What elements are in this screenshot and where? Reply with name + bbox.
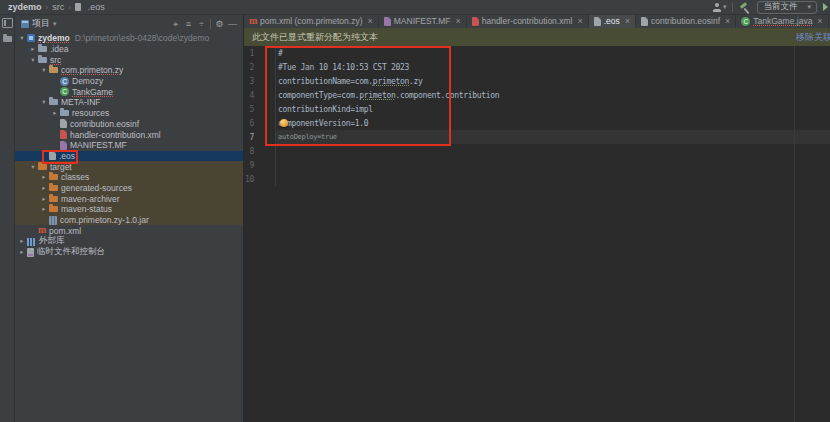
tree-item-contribution-eosinf[interactable]: contribution.eosinf bbox=[15, 119, 243, 130]
tree-item-generated-sources[interactable]: ▸generated-sources bbox=[15, 183, 243, 194]
settings-gear-icon[interactable]: ⚙ bbox=[213, 18, 226, 30]
tab-handler-contribution-xml[interactable]: handler-contribution.xml× bbox=[467, 14, 589, 28]
chevron-right-icon[interactable]: ▸ bbox=[39, 194, 49, 204]
close-icon[interactable]: × bbox=[625, 17, 630, 26]
code-line[interactable]: 4componentType=com.primeton.component.co… bbox=[244, 88, 830, 102]
code-line-text: contributionName=com.primeton.zy bbox=[276, 74, 830, 88]
close-icon[interactable]: × bbox=[368, 17, 373, 26]
tree-item-com-primeton-zy-1-0-jar[interactable]: com.primeton.zy-1.0.jar bbox=[15, 215, 243, 226]
tree-item-target[interactable]: ▾target bbox=[15, 161, 243, 172]
page-gray-icon bbox=[594, 17, 601, 26]
tool-window-stripe bbox=[0, 14, 15, 422]
tree-item-临时文件和控制台[interactable]: ▸临时文件和控制台 bbox=[15, 247, 243, 258]
tree-item-maven-status[interactable]: ▸maven-status bbox=[15, 204, 243, 215]
chevron-right-icon[interactable]: ▸ bbox=[17, 236, 27, 246]
folder-icon bbox=[38, 46, 47, 52]
folder-tool-icon[interactable] bbox=[3, 36, 12, 42]
chevron-down-icon[interactable]: ▾ bbox=[17, 33, 27, 43]
breadcrumb-item-eos[interactable]: .eos bbox=[88, 2, 105, 12]
code-line[interactable]: 7autoDeploy=true bbox=[244, 130, 830, 144]
line-number[interactable]: 2 bbox=[244, 60, 276, 74]
code-line[interactable]: 9 bbox=[244, 158, 830, 172]
close-icon[interactable]: × bbox=[725, 17, 730, 26]
tree-item-label: com.primeton.zy bbox=[61, 65, 123, 75]
expand-all-icon[interactable]: ≡ bbox=[182, 18, 195, 30]
code-line[interactable]: 8 bbox=[244, 144, 830, 158]
code-line[interactable]: 3contributionName=com.primeton.zy bbox=[244, 74, 830, 88]
lightbulb-icon[interactable] bbox=[280, 119, 288, 127]
line-number[interactable]: 1 bbox=[244, 46, 276, 60]
chevron-down-icon[interactable]: ▾ bbox=[28, 55, 38, 65]
run-config-dropdown[interactable]: 当前文件 ▾ bbox=[757, 1, 817, 14]
topbar: zydemo›src›.eos ▾ 当前文件 ▾ bbox=[0, 0, 830, 14]
code-line-text: autoDeploy=true bbox=[276, 130, 830, 144]
tree-item-demozy[interactable]: Demozy bbox=[15, 76, 243, 87]
breadcrumb-item-src[interactable]: src bbox=[52, 2, 64, 12]
chevron-right-icon[interactable]: ▸ bbox=[28, 44, 38, 54]
collapse-all-icon[interactable]: ÷ bbox=[195, 18, 208, 30]
build-project-button hammer-icon[interactable] bbox=[739, 2, 751, 12]
tab-tankgame-java[interactable]: TankGame.java× bbox=[736, 14, 828, 28]
chevron-right-icon[interactable]: ▸ bbox=[39, 183, 49, 193]
class-blue-icon bbox=[60, 77, 69, 86]
line-number[interactable]: 9 bbox=[244, 158, 276, 172]
tab-manifest-mf[interactable]: MANIFEST.MF× bbox=[379, 14, 467, 28]
chevron-right-icon[interactable]: ▸ bbox=[50, 108, 60, 118]
tree-item-handler-contribution-xml[interactable]: handler-contribution.xml bbox=[15, 129, 243, 140]
line-number[interactable]: 7 bbox=[244, 130, 276, 144]
code-line[interactable]: 6componentVersion=1.0 bbox=[244, 116, 830, 130]
tree-item-resources[interactable]: ▸resources bbox=[15, 108, 243, 119]
chevron-down-icon[interactable]: ▾ bbox=[39, 65, 49, 75]
breadcrumb-item-zydemo[interactable]: zydemo bbox=[8, 2, 42, 12]
tab-pom-xml-com-primeton-zy[interactable]: pom.xml (com.primeton.zy)× bbox=[244, 14, 379, 28]
tree-item-idea[interactable]: ▸.idea bbox=[15, 44, 243, 55]
code-line[interactable]: 1# bbox=[244, 46, 830, 60]
locate-file-icon[interactable]: ⌖ bbox=[169, 18, 182, 30]
tree-item-label: classes bbox=[61, 172, 89, 182]
breadcrumb: zydemo›src›.eos bbox=[8, 2, 105, 12]
line-number[interactable]: 8 bbox=[244, 144, 276, 158]
class-green-icon bbox=[741, 17, 750, 26]
chevron-right-icon[interactable]: ▸ bbox=[39, 172, 49, 182]
panel-title[interactable]: 项目 bbox=[32, 17, 50, 30]
line-number[interactable]: 5 bbox=[244, 102, 276, 116]
maven-icon bbox=[38, 226, 46, 235]
tab-contribution-eosinf[interactable]: contribution.eosinf× bbox=[636, 14, 736, 28]
code-line[interactable]: 10 bbox=[244, 172, 830, 186]
tree-item-src[interactable]: ▾src bbox=[15, 54, 243, 65]
close-icon[interactable]: × bbox=[817, 17, 822, 26]
code-editor[interactable]: 1#2#Tue Jan 10 14:10:53 CST 20233contrib… bbox=[244, 46, 830, 186]
chevron-right-icon[interactable]: ▸ bbox=[39, 204, 49, 214]
code-line[interactable]: 2#Tue Jan 10 14:10:53 CST 2023 bbox=[244, 60, 830, 74]
tree-item-eos[interactable]: .eos bbox=[15, 151, 243, 162]
project-tool-icon[interactable] bbox=[2, 18, 13, 28]
tree-item-maven-archiver[interactable]: ▸maven-archiver bbox=[15, 193, 243, 204]
chevron-down-icon[interactable]: ▾ bbox=[39, 97, 49, 107]
line-number[interactable]: 6 bbox=[244, 116, 276, 130]
banner-action-link[interactable]: 移除关联 bbox=[796, 31, 830, 44]
tree-item-manifest-mf[interactable]: MANIFEST.MF bbox=[15, 140, 243, 151]
line-number[interactable]: 3 bbox=[244, 74, 276, 88]
tree-item-tankgame[interactable]: TankGame bbox=[15, 86, 243, 97]
chevron-right-icon[interactable]: ▸ bbox=[17, 247, 27, 257]
user-dropdown-button[interactable]: ▾ bbox=[712, 3, 727, 12]
close-icon[interactable]: × bbox=[455, 17, 460, 26]
tree-item-meta-inf[interactable]: ▾META-INF bbox=[15, 97, 243, 108]
typo-underline: primeton bbox=[373, 77, 409, 86]
hide-panel-icon[interactable]: — bbox=[226, 18, 239, 30]
tree-item-com-primeton-zy[interactable]: ▾com.primeton.zy bbox=[15, 65, 243, 76]
run-button play-icon[interactable] bbox=[823, 3, 828, 11]
tree-item-classes[interactable]: ▸classes bbox=[15, 172, 243, 183]
chevron-down-icon[interactable]: ▾ bbox=[28, 162, 38, 172]
tree-item-label: maven-archiver bbox=[61, 194, 120, 204]
close-icon[interactable]: × bbox=[577, 17, 582, 26]
tab-label: .eos bbox=[604, 16, 620, 26]
tree-item-zydemo[interactable]: ▾zydemoD:\primeton\esb-0428\code\zydemo bbox=[15, 33, 243, 44]
tab-eos[interactable]: .eos× bbox=[589, 14, 636, 28]
banner-message: 此文件已显式重新分配为纯文本 bbox=[252, 31, 378, 44]
code-line[interactable]: 5contributionKind=impl bbox=[244, 102, 830, 116]
line-number[interactable]: 10 bbox=[244, 172, 276, 186]
line-number[interactable]: 4 bbox=[244, 88, 276, 102]
chevron-down-icon[interactable]: ▾ bbox=[53, 20, 57, 28]
chevron-down-icon: ▾ bbox=[807, 3, 811, 11]
